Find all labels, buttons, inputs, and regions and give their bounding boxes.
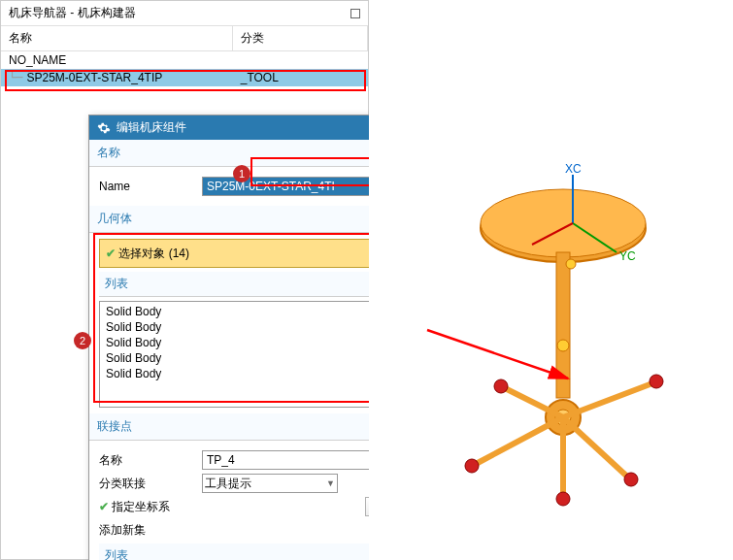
list-items[interactable]: Solid Body Solid Body Solid Body Solid B…	[100, 302, 374, 407]
junction-name-label: 名称	[99, 452, 196, 469]
select-objects-row[interactable]: ✔ 选择对象 (14)	[99, 239, 408, 268]
list-item[interactable]: Solid Body	[102, 350, 372, 366]
chevron-down-icon: ▼	[326, 478, 335, 488]
tree-item-category	[233, 51, 368, 69]
svg-point-19	[650, 375, 663, 388]
arrow-annotation	[422, 325, 578, 393]
dialog-title: 编辑机床组件	[117, 119, 186, 136]
tree-line-icon: └─	[9, 71, 22, 84]
svg-point-20	[624, 473, 638, 486]
addnew-label: 添加新集	[99, 522, 146, 539]
svg-line-25	[427, 330, 568, 379]
svg-point-6	[481, 189, 646, 257]
column-category[interactable]: 分类	[233, 26, 368, 50]
csys-label: 指定坐标系	[112, 500, 170, 513]
junction-list-label: 列表	[105, 547, 128, 560]
tree-item-label: NO_NAME	[9, 53, 66, 67]
table-row[interactable]: NO_NAME	[1, 51, 368, 69]
navigator-titlebar: 机床导航器 - 机床构建器	[1, 1, 368, 26]
navigator-columns: 名称 分类	[1, 26, 368, 51]
svg-point-24	[566, 259, 576, 269]
select-objects-label: 选择对象 (14)	[118, 247, 189, 260]
table-row[interactable]: └─SP25M-0EXT-STAR_4TIP _TOOL	[1, 69, 368, 86]
callout-1: 1	[233, 165, 250, 182]
tree-item-category: _TOOL	[233, 69, 368, 86]
classify-value: 工具提示	[205, 476, 251, 492]
list-subheader[interactable]: 列表 ︿	[99, 272, 408, 297]
column-name[interactable]: 名称	[1, 26, 233, 50]
axis-y-label: YC	[619, 249, 636, 263]
navigator-title: 机床导航器 - 机床构建器	[9, 5, 136, 21]
classify-select[interactable]: 工具提示 ▼	[202, 474, 338, 493]
svg-line-13	[476, 417, 563, 464]
list-item[interactable]: Solid Body	[102, 304, 372, 319]
gear-icon	[97, 121, 111, 135]
section-name-label: 名称	[97, 145, 120, 161]
list-item[interactable]: Solid Body	[102, 366, 372, 381]
svg-point-22	[556, 492, 570, 506]
classify-label: 分类联接	[99, 476, 196, 492]
probe-model: XC YC	[369, 0, 733, 560]
tree-item-label: SP25M-0EXT-STAR_4TIP	[26, 71, 162, 84]
svg-line-15	[563, 417, 626, 476]
name-label: Name	[99, 180, 196, 193]
list-item[interactable]: Solid Body	[102, 335, 372, 350]
section-junction-label: 联接点	[97, 418, 132, 435]
check-icon: ✔	[99, 500, 109, 513]
svg-point-18	[465, 459, 479, 473]
junction-list-subheader[interactable]: 列表 ﹀	[99, 544, 408, 560]
maximize-icon[interactable]	[350, 9, 360, 18]
list-item[interactable]: Solid Body	[102, 319, 372, 335]
3d-viewport[interactable]: XC YC	[369, 0, 733, 560]
callout-2: 2	[74, 332, 91, 349]
section-geometry-label: 几何体	[97, 211, 132, 227]
check-icon: ✔	[106, 247, 116, 260]
axis-x-label: XC	[565, 162, 582, 176]
list-label: 列表	[105, 276, 128, 292]
geometry-list: Solid Body Solid Body Solid Body Solid B…	[99, 301, 408, 408]
